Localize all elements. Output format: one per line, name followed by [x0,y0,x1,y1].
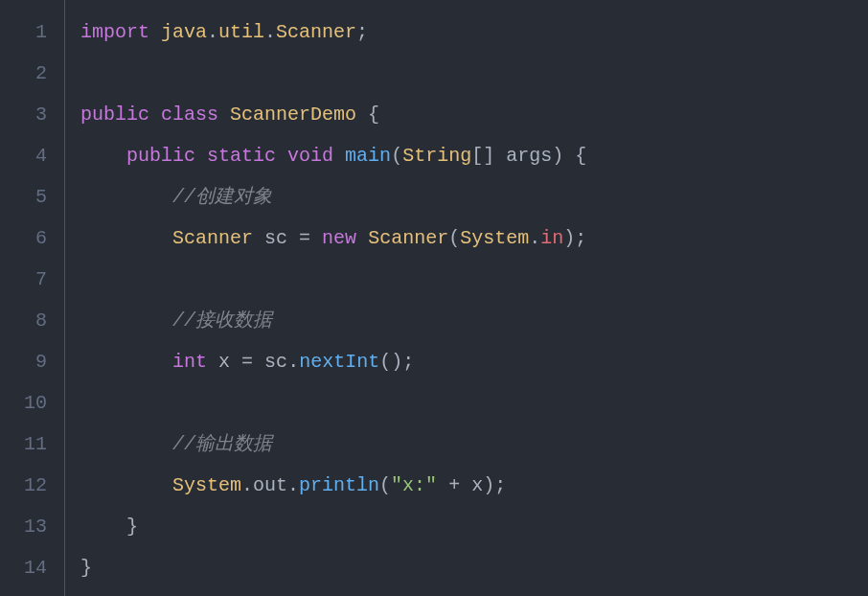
code-line: //输出数据 [80,424,868,465]
operator-equals: = [241,351,253,373]
line-number: 7 [0,259,64,300]
code-editor[interactable]: import java.util.Scanner; public class S… [65,0,868,596]
code-line [80,53,868,94]
class-name: ScannerDemo [230,103,356,126]
method-call: println [299,474,379,496]
paren-close: ) [483,474,494,496]
indent [80,474,172,496]
brace-close: } [126,516,138,538]
keyword-new: new [322,227,356,249]
line-number-gutter: 1 2 3 4 5 6 7 8 9 10 11 12 13 14 [0,0,65,596]
comment: //输出数据 [172,433,272,455]
variable-name: sc [264,227,287,249]
semicolon: ; [402,351,414,373]
whitespace [276,145,287,167]
object-ref: sc [264,351,287,373]
line-number: 14 [0,547,64,588]
code-line [80,382,868,424]
comment: //创建对象 [172,186,272,208]
type-int: int [172,351,207,373]
keyword-public: public [126,145,195,167]
line-number: 1 [0,11,64,53]
line-number: 4 [0,135,64,176]
code-line: } [80,506,868,547]
dot: . [287,474,299,496]
field-name: out [253,474,287,496]
line-number: 5 [0,176,64,218]
indent [80,145,126,167]
code-line: public static void main(String[] args) { [80,135,868,176]
whitespace [563,145,575,167]
operator-plus: + [448,474,460,496]
operator-equals: = [299,227,310,249]
paren-open: ( [448,227,460,249]
method-name: main [345,145,391,167]
brace-close: } [80,557,92,579]
whitespace [149,103,161,126]
string-literal: "x:" [391,474,437,496]
paren-open: ( [391,145,402,167]
dot: . [207,21,218,43]
keyword-void: void [287,145,333,167]
constructor-name: Scanner [368,227,448,249]
whitespace [253,351,264,373]
whitespace [287,227,299,249]
code-line: public class ScannerDemo { [80,94,868,135]
type-name: String [402,145,471,167]
class-name: System [172,474,241,496]
class-name: Scanner [276,21,356,43]
indent [80,433,172,455]
keyword-public: public [80,103,149,126]
param-name: args [506,145,552,167]
code-line [80,259,868,300]
paren-close: ) [552,145,563,167]
dot: . [287,351,299,373]
keyword-static: static [207,145,276,167]
class-name: System [460,227,529,249]
indent [80,516,126,538]
line-number: 3 [0,94,64,135]
indent [80,351,172,373]
code-line: } [80,547,868,588]
keyword-import: import [80,21,149,43]
whitespace [356,103,368,126]
whitespace [310,227,322,249]
whitespace [333,145,345,167]
semicolon: ; [356,21,368,43]
indent [80,309,172,332]
dot: . [529,227,540,249]
whitespace [230,351,241,373]
code-line: import java.util.Scanner; [80,11,868,53]
field-name: in [540,227,563,249]
code-line: int x = sc.nextInt(); [80,341,868,382]
type-name: Scanner [172,227,253,249]
line-number: 2 [0,53,64,94]
line-number: 10 [0,382,64,424]
paren-open: ( [379,474,391,496]
whitespace [356,227,368,249]
whitespace [437,474,448,496]
semicolon: ; [494,474,506,496]
code-line: Scanner sc = new Scanner(System.in); [80,218,868,259]
variable-ref: x [471,474,483,496]
code-line: //接收数据 [80,300,868,341]
whitespace [253,227,264,249]
keyword-class: class [161,103,218,126]
namespace: util [218,21,264,43]
line-number: 11 [0,424,64,465]
namespace: java [161,21,207,43]
comment: //接收数据 [172,309,272,332]
method-call: nextInt [299,351,379,373]
paren-close: ) [563,227,575,249]
whitespace [207,351,218,373]
whitespace [149,21,161,43]
code-line: System.out.println("x:" + x); [80,465,868,506]
semicolon: ; [575,227,586,249]
line-number: 13 [0,506,64,547]
whitespace [218,103,230,126]
line-number: 12 [0,465,64,506]
variable-name: x [218,351,230,373]
whitespace [494,145,506,167]
indent [80,186,172,208]
array-brackets: [] [471,145,494,167]
